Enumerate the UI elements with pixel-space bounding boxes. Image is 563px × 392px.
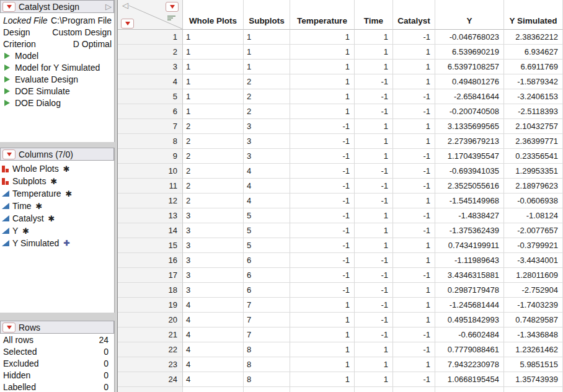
table-cell[interactable]: 2 xyxy=(183,149,244,164)
table-cell[interactable]: 3 xyxy=(183,238,244,253)
script-item[interactable]: Model xyxy=(0,50,114,61)
column-header[interactable]: Whole Plots xyxy=(183,0,244,30)
column-list-item[interactable]: Y Simulated✚ xyxy=(0,237,114,249)
column-list-item[interactable]: Temperature✱ xyxy=(0,187,114,200)
table-cell[interactable]: 3 xyxy=(244,119,290,134)
table-cell[interactable]: -1 xyxy=(290,253,355,268)
row-number-cell[interactable]: 22 xyxy=(118,342,183,357)
table-cell[interactable]: 0.23356541 xyxy=(504,149,563,164)
table-cell[interactable]: 3 xyxy=(244,134,290,149)
table-cell[interactable]: 4 xyxy=(183,372,244,387)
table-cell[interactable]: 7 xyxy=(244,313,290,327)
table-cell[interactable]: 1 xyxy=(183,74,244,89)
table-cell[interactable]: 3 xyxy=(183,283,244,298)
table-cell[interactable]: 1.28011609 xyxy=(504,268,563,283)
table-cell[interactable]: 2 xyxy=(183,119,244,134)
row-number-cell[interactable]: 3 xyxy=(118,60,183,74)
run-script-icon[interactable] xyxy=(4,100,10,106)
table-cell[interactable]: 1 xyxy=(183,104,244,119)
table-cell[interactable]: 8 xyxy=(244,342,290,357)
table-cell[interactable]: 1 xyxy=(244,45,290,60)
row-number-cell[interactable]: 5 xyxy=(118,89,183,104)
table-cell[interactable]: -1 xyxy=(355,104,393,119)
table-cell[interactable]: 1 xyxy=(355,149,393,164)
table-cell[interactable]: 1 xyxy=(355,30,393,45)
table-cell[interactable]: 2 xyxy=(244,89,290,104)
table-cell[interactable]: 4 xyxy=(183,342,244,357)
table-cell[interactable]: -2.5118393 xyxy=(504,104,563,119)
table-cell[interactable]: -1 xyxy=(355,179,393,194)
row-number-cell[interactable]: 18 xyxy=(118,283,183,298)
table-cell[interactable]: 4 xyxy=(183,298,244,313)
column-list-item[interactable]: Catalyst✱ xyxy=(0,212,114,225)
row-number-cell[interactable]: 24 xyxy=(118,372,183,387)
table-cell[interactable]: 1 xyxy=(244,30,290,45)
table-cell[interactable]: 5.9851515 xyxy=(504,357,563,372)
collapse-left-icon[interactable]: ◁ xyxy=(122,1,128,10)
table-cell[interactable]: -1 xyxy=(290,179,355,194)
table-cell[interactable]: -0.6602484 xyxy=(435,327,504,342)
table-cell[interactable]: 8 xyxy=(244,372,290,387)
table-cell[interactable]: 1 xyxy=(183,45,244,60)
table-cell[interactable]: -0.200740508 xyxy=(435,104,504,119)
collapse-right-icon[interactable]: ▷ xyxy=(105,2,112,11)
table-cell[interactable]: -1 xyxy=(393,104,435,119)
table-cell[interactable]: 1 xyxy=(393,134,435,149)
table-cell[interactable]: 2.3525055616 xyxy=(435,179,504,194)
table-cell[interactable]: -1 xyxy=(290,268,355,283)
table-cell[interactable]: -3.2406153 xyxy=(504,89,563,104)
table-cell[interactable]: -1.375362439 xyxy=(435,223,504,238)
table-cell[interactable]: 1 xyxy=(290,104,355,119)
table-cell[interactable]: -1 xyxy=(393,372,435,387)
row-number-cell[interactable]: 13 xyxy=(118,208,183,223)
table-cell[interactable]: 0.7434199911 xyxy=(435,238,504,253)
table-cell[interactable]: -1 xyxy=(393,208,435,223)
table-cell[interactable]: 1.23261462 xyxy=(504,342,563,357)
table-cell[interactable]: 4 xyxy=(183,313,244,327)
table-cell[interactable]: 0.7779088461 xyxy=(435,342,504,357)
row-number-cell[interactable]: 12 xyxy=(118,194,183,208)
table-cell[interactable]: 8 xyxy=(244,357,290,372)
table-cell[interactable]: -1.3436848 xyxy=(504,327,563,342)
row-number-cell[interactable]: 10 xyxy=(118,164,183,179)
table-cell[interactable]: 3.1335699565 xyxy=(435,119,504,134)
table-cell[interactable]: -1.4838427 xyxy=(435,208,504,223)
column-header[interactable]: Y xyxy=(435,0,504,30)
script-item[interactable]: DOE Dialog xyxy=(0,97,114,109)
table-cell[interactable]: 2.10432757 xyxy=(504,119,563,134)
table-cell[interactable]: 0.74829587 xyxy=(504,313,563,327)
table-cell[interactable]: 4 xyxy=(183,357,244,372)
table-cell[interactable]: 1 xyxy=(183,60,244,74)
table-cell[interactable]: 1 xyxy=(393,74,435,89)
table-cell[interactable]: 1 xyxy=(290,342,355,357)
table-cell[interactable]: -0.0606938 xyxy=(504,194,563,208)
table-cell[interactable]: 1 xyxy=(244,60,290,74)
table-cell[interactable]: -1 xyxy=(290,223,355,238)
table-cell[interactable]: 4 xyxy=(244,164,290,179)
table-cell[interactable]: 0.2987179478 xyxy=(435,283,504,298)
column-header[interactable]: Subplots xyxy=(244,0,290,30)
table-cell[interactable]: 1 xyxy=(355,60,393,74)
table-cell[interactable]: 2.18979623 xyxy=(504,179,563,194)
table-cell[interactable]: 1 xyxy=(355,357,393,372)
table-cell[interactable]: 1 xyxy=(393,194,435,208)
table-cell[interactable]: -1 xyxy=(393,89,435,104)
table-cell[interactable]: 2 xyxy=(244,104,290,119)
run-script-icon[interactable] xyxy=(4,53,10,59)
row-number-cell[interactable]: 8 xyxy=(118,134,183,149)
script-item[interactable]: Evaluate Design xyxy=(0,73,114,85)
table-cell[interactable]: 3 xyxy=(183,223,244,238)
table-cell[interactable]: 1 xyxy=(290,372,355,387)
table-cell[interactable]: 5 xyxy=(244,208,290,223)
table-cell[interactable]: 1 xyxy=(393,283,435,298)
row-number-cell[interactable]: 1 xyxy=(118,30,183,45)
column-header[interactable]: Time xyxy=(355,0,393,30)
rows-corner-menu-button[interactable] xyxy=(121,19,134,29)
table-cell[interactable]: 2.36399771 xyxy=(504,134,563,149)
table-cell[interactable]: -0.3799921 xyxy=(504,238,563,253)
row-number-cell[interactable]: 19 xyxy=(118,298,183,313)
table-cell[interactable]: 1 xyxy=(290,298,355,313)
row-number-cell[interactable]: 4 xyxy=(118,74,183,89)
table-cell[interactable]: -1 xyxy=(355,268,393,283)
column-header[interactable]: Y Simulated xyxy=(504,0,563,30)
